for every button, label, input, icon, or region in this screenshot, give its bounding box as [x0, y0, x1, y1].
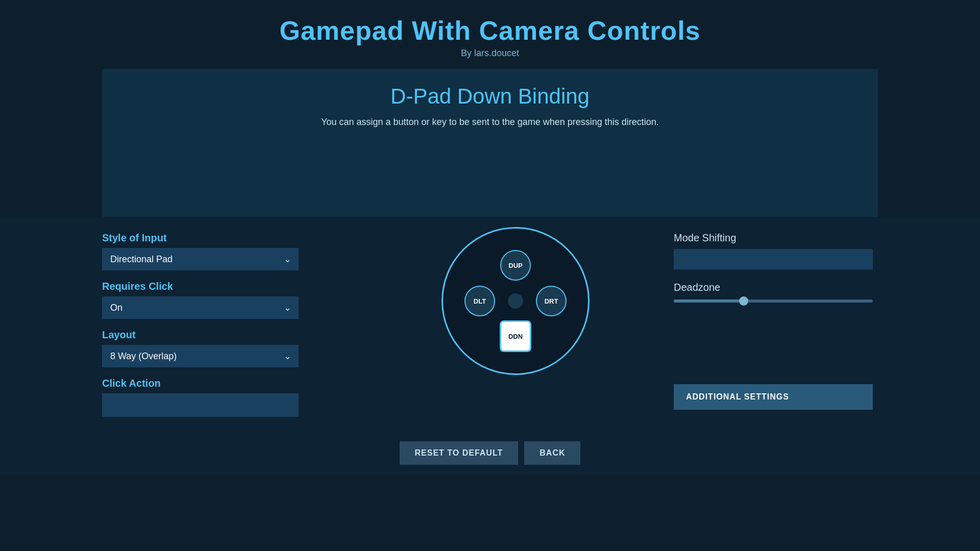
style-of-input-select[interactable]: Directional Pad: [102, 248, 299, 270]
mode-shifting-bar[interactable]: [674, 249, 873, 269]
dpad-cross: DUP DLT DRT DDN: [464, 250, 567, 352]
style-of-input-label: Style of Input: [102, 232, 357, 244]
deadzone-label: Deadzone: [674, 282, 878, 293]
dpad-center-dot: [508, 293, 523, 309]
dpad-left-button[interactable]: DLT: [464, 286, 495, 316]
style-of-input-wrapper: Directional Pad ⌄: [102, 248, 299, 270]
requires-click-select[interactable]: On: [102, 296, 299, 319]
right-controls: Mode Shifting Deadzone ADDITIONAL SETTIN…: [674, 232, 878, 410]
dpad-right-button[interactable]: DRT: [536, 286, 567, 316]
layout-wrapper: 8 Way (Overlap) ⌄: [102, 345, 299, 367]
click-action-input[interactable]: [102, 393, 299, 417]
center-dpad: DUP DLT DRT DDN: [357, 227, 674, 375]
requires-click-group: Requires Click On ⌄: [102, 281, 357, 319]
panel-area: D-Pad Down Binding You can assign a butt…: [102, 69, 878, 217]
click-action-label: Click Action: [102, 378, 357, 389]
layout-group: Layout 8 Way (Overlap) ⌄: [102, 329, 357, 367]
style-of-input-group: Style of Input Directional Pad ⌄: [102, 232, 357, 270]
additional-settings-button[interactable]: ADDITIONAL SETTINGS: [674, 384, 873, 410]
top-section: Gamepad With Camera Controls By lars.dou…: [0, 0, 980, 59]
requires-click-label: Requires Click: [102, 281, 357, 292]
deadzone-slider-fill: [674, 299, 744, 303]
layout-select[interactable]: 8 Way (Overlap): [102, 345, 299, 367]
requires-click-wrapper: On ⌄: [102, 296, 299, 319]
layout-label: Layout: [102, 329, 357, 341]
left-controls: Style of Input Directional Pad ⌄ Require…: [102, 232, 357, 427]
dpad-down-button[interactable]: DDN: [500, 320, 531, 352]
deadzone-slider-track[interactable]: [674, 299, 873, 303]
footer: RESET TO DEFAULT BACK: [0, 431, 980, 475]
mode-shifting-label: Mode Shifting: [674, 232, 878, 244]
dpad-circle: DUP DLT DRT DDN: [442, 227, 590, 375]
click-action-group: Click Action: [102, 378, 357, 417]
panel-title: D-Pad Down Binding: [122, 84, 857, 109]
dpad-up-button[interactable]: DUP: [500, 250, 531, 281]
app-title: Gamepad With Camera Controls: [0, 15, 980, 46]
panel-description: You can assign a button or key to be sen…: [122, 117, 857, 128]
bottom-section: Style of Input Directional Pad ⌄ Require…: [0, 217, 980, 431]
back-button[interactable]: BACK: [524, 441, 580, 465]
reset-to-default-button[interactable]: RESET TO DEFAULT: [400, 441, 519, 465]
app-author: By lars.doucet: [0, 48, 980, 59]
deadzone-slider-thumb[interactable]: [739, 296, 748, 306]
